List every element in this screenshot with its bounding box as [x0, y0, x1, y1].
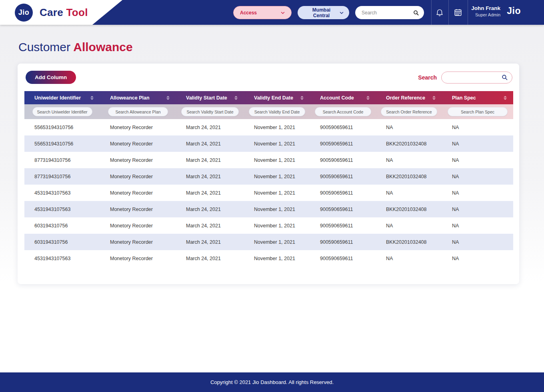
- table-cell: November 1, 2021: [244, 119, 310, 135]
- region-dropdown-label: Mumbai Central: [304, 7, 339, 18]
- page-title-primary: Customer: [18, 40, 70, 54]
- copyright-text: Copyright © 2021 Jio Dashboard. All righ…: [210, 379, 334, 385]
- table-cell: Monetory Recorder: [100, 217, 176, 234]
- table-row: 4531943107563Monetory RecorderMarch 24, …: [24, 201, 513, 217]
- app-name: Care Tool: [40, 6, 88, 19]
- table-header-row: Uniwelder IdentifierAlloweance PlanValid…: [24, 91, 513, 104]
- table-cell: 603194310756: [24, 234, 100, 250]
- column-header-validty-end-date[interactable]: Validty End Date: [244, 91, 310, 104]
- app-name-secondary: Tool: [66, 6, 88, 18]
- filter-input-validty-start-date[interactable]: [181, 107, 239, 116]
- customer-allowance-card: Add Column Search Uniwelder IdentifierAl…: [18, 64, 519, 284]
- search-icon[interactable]: [413, 10, 419, 16]
- allowance-table: Uniwelder IdentifierAlloweance PlanValid…: [24, 91, 513, 267]
- filter-cell: [176, 104, 244, 119]
- filter-input-alloweance-plan[interactable]: [108, 107, 168, 116]
- column-header-label: Account Code: [320, 95, 354, 101]
- filter-input-account-code[interactable]: [315, 107, 371, 116]
- jio-logo-text: Jio: [18, 8, 30, 17]
- table-search: Search: [418, 72, 512, 84]
- jio-wordmark-logo: Jio: [507, 6, 521, 16]
- table-cell: November 1, 2021: [244, 135, 310, 152]
- jio-logo: Jio: [15, 4, 33, 22]
- navbar-search: [355, 6, 424, 19]
- table-cell: November 1, 2021: [244, 250, 310, 267]
- navbar-search-input[interactable]: [362, 10, 413, 16]
- notifications-button[interactable]: [434, 7, 445, 18]
- column-header-label: Plan Spec: [452, 95, 476, 101]
- sort-icon[interactable]: [166, 96, 170, 100]
- table-cell: 900590659611: [310, 185, 376, 201]
- table-cell: Monetory Recorder: [100, 201, 176, 217]
- table-cell: March 24, 2021: [176, 217, 244, 234]
- access-dropdown-label: Access: [240, 10, 257, 16]
- sort-icon[interactable]: [432, 96, 436, 100]
- table-cell: 55653194310756: [24, 135, 100, 152]
- sort-icon[interactable]: [504, 96, 507, 100]
- card-toolbar: Add Column Search: [18, 64, 519, 91]
- sort-icon[interactable]: [366, 96, 370, 100]
- table-cell: March 24, 2021: [176, 168, 244, 185]
- table-cell: November 1, 2021: [244, 234, 310, 250]
- filter-cell: [442, 104, 513, 119]
- column-header-plan-spec[interactable]: Plan Spec: [442, 91, 513, 104]
- column-header-alloweance-plan[interactable]: Alloweance Plan: [100, 91, 176, 104]
- column-header-label: Uniwelder Identifier: [34, 95, 81, 101]
- chevron-down-icon: [280, 10, 285, 15]
- search-icon[interactable]: [501, 74, 508, 81]
- user-menu[interactable]: John Frank Super Admin: [452, 4, 500, 18]
- table-cell: BKK20201032408: [376, 201, 442, 217]
- table-cell: BKK20201032408: [376, 135, 442, 152]
- column-header-account-code[interactable]: Account Code: [310, 91, 376, 104]
- table-cell: March 24, 2021: [176, 234, 244, 250]
- column-header-validty-start-date[interactable]: Validty Start Date: [176, 91, 244, 104]
- table-row: 55653194310756Monetory RecorderMarch 24,…: [24, 119, 513, 135]
- filter-input-plan-spec[interactable]: [448, 107, 508, 116]
- top-navbar: Jio Care Tool Access Mumbai Central: [0, 0, 544, 25]
- table-cell: 900590659611: [310, 135, 376, 152]
- table-cell: NA: [376, 185, 442, 201]
- filter-input-validty-end-date[interactable]: [249, 107, 305, 116]
- user-role: Super Admin: [452, 12, 500, 18]
- app-name-primary: Care: [40, 6, 63, 18]
- table-cell: March 24, 2021: [176, 201, 244, 217]
- table-cell: Monetory Recorder: [100, 185, 176, 201]
- table-cell: 4531943107563: [24, 201, 100, 217]
- filter-cell: [100, 104, 176, 119]
- table-cell: Monetory Recorder: [100, 234, 176, 250]
- table-cell: March 24, 2021: [176, 152, 244, 168]
- page-title-secondary: Allowance: [73, 40, 132, 54]
- sort-icon[interactable]: [300, 96, 304, 100]
- table-cell: NA: [442, 152, 513, 168]
- table-cell: November 1, 2021: [244, 168, 310, 185]
- table-cell: BKK20201032408: [376, 168, 442, 185]
- column-header-uniwelder-identifier[interactable]: Uniwelder Identifier: [24, 91, 100, 104]
- sort-icon[interactable]: [90, 96, 94, 100]
- brand-logo-area: Jio Care Tool: [0, 0, 122, 25]
- table-cell: NA: [442, 135, 513, 152]
- bell-icon: [435, 8, 444, 17]
- table-cell: 900590659611: [310, 201, 376, 217]
- region-dropdown[interactable]: Mumbai Central: [298, 6, 349, 19]
- page-footer: Copyright © 2021 Jio Dashboard. All righ…: [0, 372, 544, 392]
- column-header-label: Validty End Date: [254, 95, 293, 101]
- table-cell: NA: [442, 185, 513, 201]
- table-cell: Monetory Recorder: [100, 135, 176, 152]
- navbar-divider: [448, 0, 449, 25]
- table-cell: March 24, 2021: [176, 119, 244, 135]
- table-cell: NA: [442, 217, 513, 234]
- table-cell: 900590659611: [310, 152, 376, 168]
- sort-icon[interactable]: [234, 96, 238, 100]
- table-row: 603194310756Monetory RecorderMarch 24, 2…: [24, 234, 513, 250]
- filter-input-order-reference[interactable]: [381, 107, 437, 116]
- filter-input-uniwelder-identifier[interactable]: [32, 107, 92, 116]
- column-header-order-reference[interactable]: Order Reference: [376, 91, 442, 104]
- table-row: 8773194310756Monetory RecorderMarch 24, …: [24, 152, 513, 168]
- access-dropdown[interactable]: Access: [233, 6, 292, 19]
- table-cell: NA: [376, 119, 442, 135]
- add-column-button[interactable]: Add Column: [26, 71, 76, 84]
- navbar-divider: [431, 0, 432, 25]
- table-cell: November 1, 2021: [244, 217, 310, 234]
- table-search-input[interactable]: [447, 75, 501, 80]
- table-cell: NA: [442, 250, 513, 267]
